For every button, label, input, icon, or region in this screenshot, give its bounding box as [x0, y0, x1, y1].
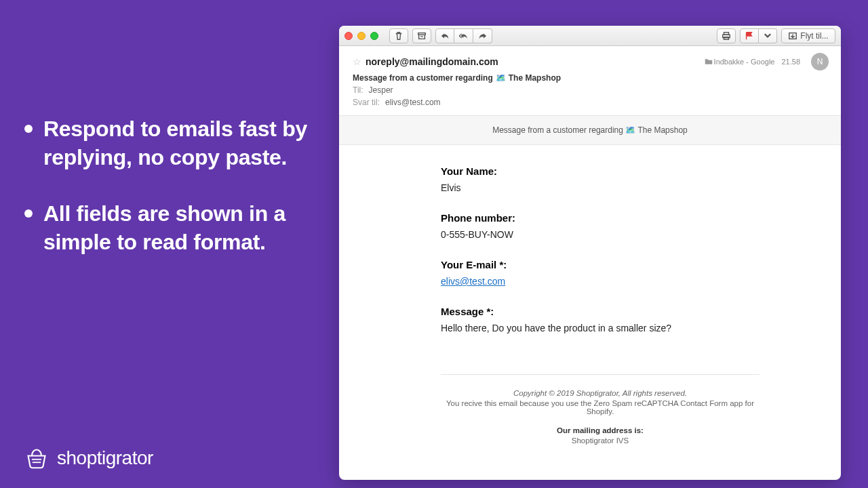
- print-button[interactable]: [717, 28, 736, 43]
- message-banner: Message from a customer regarding 🗺️ The…: [339, 116, 841, 145]
- move-to-label: Flyt til...: [800, 31, 828, 41]
- minimize-window-button[interactable]: [357, 32, 366, 40]
- bullet-dot-icon: [24, 209, 33, 218]
- printer-icon: [722, 31, 731, 41]
- form-field: Your E-mail *:elivs@test.com: [441, 259, 760, 287]
- field-value: Hello there, Do you have the product in …: [441, 323, 760, 333]
- mail-footer: Copyright © 2019 Shoptigrator, All right…: [441, 374, 760, 445]
- svg-rect-2: [418, 33, 426, 35]
- star-icon[interactable]: ☆: [353, 56, 361, 67]
- avatar: N: [811, 53, 829, 70]
- form-field: Message *:Hello there, Do you have the p…: [441, 306, 760, 333]
- bullet-text: All fields are shown in a simple to read…: [43, 200, 309, 256]
- brand-name: shoptigrator: [57, 447, 153, 469]
- reply-all-button[interactable]: [454, 28, 473, 43]
- copyright-text: Copyright © 2019 Shoptigrator, All right…: [441, 389, 760, 397]
- svg-rect-5: [724, 37, 729, 39]
- mail-body: Your Name:ElvisPhone number:0-555-BUY-NO…: [339, 145, 841, 445]
- footer-address-title: Our mailing address is:: [441, 426, 760, 434]
- chevron-down-icon: [763, 31, 772, 41]
- archive-button[interactable]: [412, 28, 431, 43]
- footer-address-line: Shoptigrator IVS: [441, 436, 760, 445]
- field-value: elivs@test.com: [441, 276, 760, 287]
- delete-button[interactable]: [389, 28, 408, 43]
- field-value: 0-555-BUY-NOW: [441, 229, 760, 240]
- field-label: Message *:: [441, 306, 760, 317]
- trash-icon: [394, 31, 403, 41]
- field-label: Your Name:: [441, 165, 760, 177]
- basket-icon: [24, 447, 49, 469]
- flag-button[interactable]: [740, 28, 759, 43]
- form-field: Your Name:Elvis: [441, 165, 760, 193]
- flag-menu-button[interactable]: [759, 28, 777, 43]
- close-window-button[interactable]: [344, 32, 353, 40]
- archive-icon: [417, 31, 427, 41]
- field-value: Elvis: [441, 182, 760, 193]
- map-emoji-icon: 🗺️: [496, 73, 506, 83]
- forward-icon: [478, 31, 488, 41]
- reply-to-line: Svar til:elivs@test.com: [353, 98, 829, 107]
- bullet-item: Respond to emails fast by replying, no c…: [24, 115, 309, 171]
- marketing-bullets: Respond to emails fast by replying, no c…: [24, 115, 309, 285]
- window-toolbar: Flyt til...: [339, 26, 841, 46]
- field-label: Your E-mail *:: [441, 259, 760, 270]
- to-line: Til:Jesper: [353, 85, 829, 95]
- email-link[interactable]: elivs@test.com: [441, 276, 505, 287]
- bullet-item: All fields are shown in a simple to read…: [24, 200, 309, 256]
- field-label: Phone number:: [441, 212, 760, 224]
- reply-group: [435, 28, 492, 43]
- from-address: noreply@mailingdomain.com: [366, 56, 498, 67]
- bullet-text: Respond to emails fast by replying, no c…: [43, 115, 309, 171]
- folder-label: Indbakke - Google: [705, 58, 775, 66]
- footer-reason: You recive this email because you use th…: [441, 399, 760, 415]
- move-to-button[interactable]: Flyt til...: [781, 28, 835, 43]
- forward-button[interactable]: [473, 28, 492, 43]
- bullet-dot-icon: [24, 125, 33, 133]
- mail-header: ☆ noreply@mailingdomain.com Indbakke - G…: [339, 46, 841, 116]
- brand-logo: shoptigrator: [24, 447, 153, 469]
- folder-icon: [705, 58, 713, 66]
- flag-icon: [745, 31, 754, 41]
- maximize-window-button[interactable]: [370, 32, 378, 40]
- reply-all-icon: [459, 31, 469, 41]
- mail-window: Flyt til... ☆ noreply@mailingdomain.com …: [339, 26, 841, 480]
- reply-icon: [440, 31, 450, 41]
- time-label: 21.58: [781, 58, 800, 66]
- form-field: Phone number:0-555-BUY-NOW: [441, 212, 760, 240]
- subject-line: Message from a customer regarding 🗺️ The…: [353, 73, 829, 83]
- reply-button[interactable]: [435, 28, 454, 43]
- move-icon: [788, 31, 797, 41]
- map-emoji-icon: 🗺️: [625, 125, 635, 135]
- window-controls: [344, 32, 378, 40]
